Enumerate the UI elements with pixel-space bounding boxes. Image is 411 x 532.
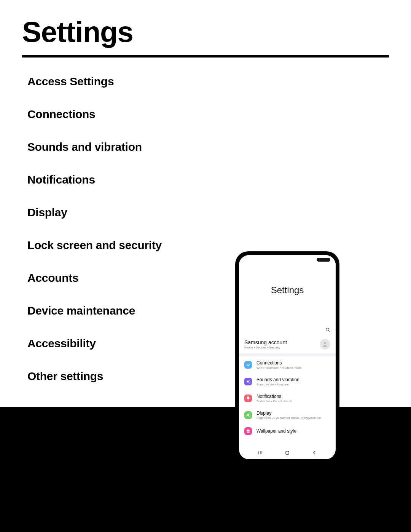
row-title: Notifications [256, 394, 292, 399]
svg-rect-8 [286, 451, 289, 454]
wallpaper-icon [244, 427, 252, 435]
phone-frame: Settings Samsung account Profile • Devic… [235, 251, 339, 463]
svg-point-0 [326, 328, 329, 331]
page-footer-band [0, 407, 411, 532]
toc-item-connections[interactable]: Connections [27, 108, 389, 121]
row-sounds[interactable]: Sounds and vibration Sound mode • Ringto… [239, 373, 336, 390]
row-title: Connections [256, 360, 301, 366]
title-rule [22, 55, 389, 58]
screen-title: Settings [271, 285, 304, 296]
row-title: Display [256, 411, 321, 416]
avatar [320, 339, 330, 350]
svg-point-3 [247, 414, 249, 416]
account-title: Samsung account [244, 339, 287, 345]
row-connections[interactable]: Connections Wi-Fi • Bluetooth • Airplane… [239, 356, 336, 373]
screen-header: Settings [239, 255, 336, 325]
page-title: Settings [22, 15, 389, 48]
account-subtitle: Profile • Devices • Security [244, 346, 287, 349]
nav-recents[interactable] [258, 450, 263, 457]
bell-icon [244, 395, 252, 402]
phone-screen: Settings Samsung account Profile • Devic… [239, 255, 336, 459]
row-title: Wallpaper and style [256, 428, 296, 434]
row-subtitle: Status bar • Do not disturb [256, 399, 292, 403]
toc-item-notifications[interactable]: Notifications [27, 173, 389, 186]
svg-line-1 [328, 331, 330, 332]
toc-item-display[interactable]: Display [27, 206, 389, 219]
row-subtitle: Brightness • Eye comfort shield • Naviga… [256, 416, 321, 420]
toc-item-access-settings[interactable]: Access Settings [27, 75, 389, 88]
nav-home[interactable] [285, 450, 290, 457]
row-subtitle: Wi-Fi • Bluetooth • Airplane mode [256, 366, 301, 369]
row-title: Sounds and vibration [256, 377, 299, 382]
wifi-icon [244, 361, 252, 369]
nav-bar [239, 449, 336, 459]
search-row [239, 325, 336, 337]
section-separator [239, 353, 336, 356]
account-row[interactable]: Samsung account Profile • Devices • Secu… [239, 337, 336, 353]
row-notifications[interactable]: Notifications Status bar • Do not distur… [239, 390, 336, 407]
display-icon [244, 411, 252, 419]
svg-point-2 [324, 342, 326, 344]
row-subtitle: Sound mode • Ringtone [256, 383, 299, 386]
row-display[interactable]: Display Brightness • Eye comfort shield … [239, 407, 336, 423]
nav-back[interactable] [312, 450, 317, 457]
row-wallpaper[interactable]: Wallpaper and style [239, 423, 336, 439]
toc-item-lock-screen[interactable]: Lock screen and security [27, 239, 389, 252]
sound-icon [244, 378, 252, 385]
search-icon[interactable] [325, 328, 330, 332]
toc-item-sounds[interactable]: Sounds and vibration [27, 141, 389, 153]
settings-list: Connections Wi-Fi • Bluetooth • Airplane… [239, 356, 336, 439]
